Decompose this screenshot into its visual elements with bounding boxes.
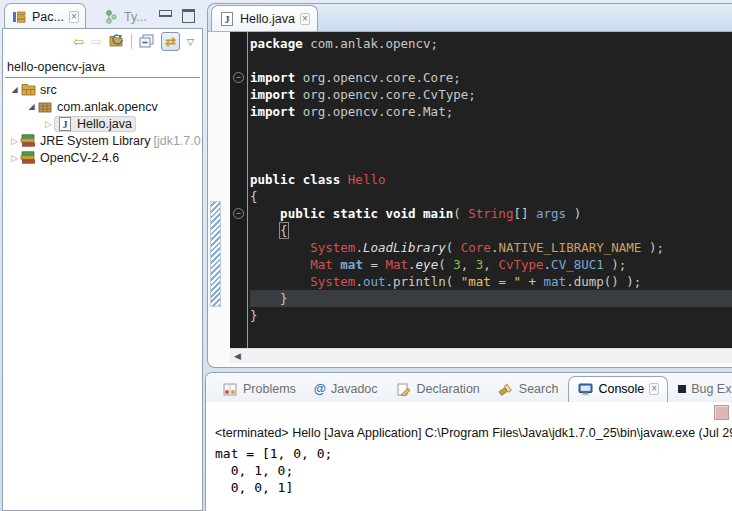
type-hierarchy-icon bbox=[103, 10, 119, 24]
horizontal-scrollbar[interactable]: ◀ bbox=[230, 348, 732, 363]
package-explorer-toolbar: ⇦ ⇨ ⇄ ▽ bbox=[3, 29, 202, 54]
back-arrow-icon[interactable]: ⇦ bbox=[73, 35, 84, 48]
code-line[interactable]: } bbox=[250, 290, 732, 307]
code-line[interactable]: { bbox=[250, 222, 732, 239]
java-file-icon: J bbox=[219, 12, 235, 26]
close-icon[interactable]: × bbox=[300, 13, 310, 25]
tree-item-label: Hello.java bbox=[77, 117, 132, 131]
fold-collapse-icon[interactable]: − bbox=[233, 208, 244, 219]
collapsed-arrow-icon[interactable]: ▷ bbox=[43, 119, 54, 129]
tab-package-explorer-label: Pac... bbox=[32, 10, 64, 24]
minimize-icon[interactable] bbox=[159, 10, 172, 17]
tab-search[interactable]: Search bbox=[490, 377, 567, 402]
left-panel-tabstrip: Pac... × Ty... bbox=[2, 3, 203, 29]
code-line[interactable]: { bbox=[250, 188, 732, 205]
collapsed-arrow-icon[interactable]: ▷ bbox=[9, 153, 20, 163]
svg-text:J: J bbox=[225, 13, 230, 24]
view-window-buttons bbox=[159, 9, 195, 23]
close-icon[interactable]: × bbox=[69, 11, 79, 23]
package-explorer-icon bbox=[11, 11, 27, 23]
console-output-line: 0, 1, 0; bbox=[215, 462, 732, 479]
tab-javadoc[interactable]: @ Javadoc bbox=[306, 377, 386, 402]
declaration-icon bbox=[396, 383, 412, 396]
terminate-icon[interactable] bbox=[714, 405, 729, 420]
code-line[interactable]: import org.opencv.core.CvType; bbox=[250, 86, 732, 103]
scroll-left-icon[interactable]: ◀ bbox=[230, 351, 241, 361]
collapsed-arrow-icon[interactable]: ▷ bbox=[9, 136, 20, 146]
method-range-indicator bbox=[210, 201, 221, 307]
tab-console[interactable]: Console × bbox=[568, 376, 668, 402]
tab-label: Console bbox=[598, 382, 644, 396]
editor-left-margin bbox=[208, 32, 230, 348]
search-icon bbox=[498, 383, 514, 396]
code-line[interactable] bbox=[250, 137, 732, 154]
code-line[interactable]: Mat mat = Mat.eye( 3, 3, CvType.CV_8UC1 … bbox=[250, 256, 732, 273]
bug-explorer-icon bbox=[678, 385, 686, 393]
editor-area: J Hello.java × −− package com.anlak.open… bbox=[207, 3, 732, 368]
code-line[interactable]: import org.opencv.core.Core; bbox=[250, 69, 732, 86]
code-line[interactable]: } bbox=[250, 307, 732, 324]
code-editor[interactable]: package com.anlak.opencv;import org.open… bbox=[248, 32, 732, 348]
console-view: Problems @ Javadoc Declaration Search bbox=[205, 372, 732, 511]
package-explorer-view: Pac... × Ty... ⇦ ⇨ bbox=[2, 3, 203, 511]
package-icon bbox=[37, 101, 53, 113]
tab-label: Bug Explorer bbox=[691, 382, 732, 396]
package-explorer-body: ⇦ ⇨ ⇄ ▽ hello-opencv-java ◢ bbox=[2, 28, 203, 511]
expanded-arrow-icon[interactable]: ◢ bbox=[9, 85, 20, 94]
tab-declaration[interactable]: Declaration bbox=[388, 377, 488, 402]
eclipse-window: Pac... × Ty... ⇦ ⇨ bbox=[0, 0, 732, 511]
tree-item-hello-java[interactable]: ▷ J Hello.java bbox=[3, 115, 202, 132]
tab-type-hierarchy-label: Ty... bbox=[124, 10, 147, 24]
console-toolbar bbox=[206, 402, 732, 424]
code-line[interactable]: import org.opencv.core.Mat; bbox=[250, 103, 732, 120]
javadoc-icon: @ bbox=[314, 382, 326, 396]
tree-item-decoration: [jdk1.7.0 bbox=[153, 134, 200, 148]
link-with-editor-button[interactable]: ⇄ bbox=[161, 32, 180, 51]
code-line[interactable] bbox=[250, 120, 732, 137]
tab-hello-java[interactable]: J Hello.java × bbox=[211, 5, 318, 31]
expanded-arrow-icon[interactable]: ◢ bbox=[26, 102, 37, 111]
tab-package-explorer[interactable]: Pac... × bbox=[4, 3, 86, 29]
working-set-header[interactable]: hello-opencv-java bbox=[5, 60, 200, 78]
view-menu-icon[interactable]: ▽ bbox=[187, 37, 194, 47]
go-into-icon[interactable] bbox=[109, 34, 124, 50]
code-line[interactable]: public static void main( String[] args ) bbox=[250, 205, 732, 222]
tree-item-label: com.anlak.opencv bbox=[57, 100, 158, 114]
console-output[interactable]: mat = [1, 0, 0; 0, 1, 0; 0, 0, 1] bbox=[215, 445, 732, 496]
code-line[interactable] bbox=[250, 52, 732, 69]
console-output-line: mat = [1, 0, 0; bbox=[215, 445, 732, 462]
editor-tab-label: Hello.java bbox=[240, 12, 295, 26]
maximize-icon[interactable] bbox=[182, 9, 195, 23]
code-line[interactable]: public class Hello bbox=[250, 171, 732, 188]
problems-icon bbox=[222, 383, 238, 396]
forward-arrow-icon[interactable]: ⇨ bbox=[91, 35, 102, 48]
tab-type-hierarchy[interactable]: Ty... bbox=[98, 6, 152, 28]
code-line[interactable] bbox=[250, 154, 732, 171]
svg-text:J: J bbox=[63, 118, 68, 129]
tree-item-package[interactable]: ◢ com.anlak.opencv bbox=[3, 98, 202, 115]
code-line[interactable]: System.out.println( "mat = " + mat.dump(… bbox=[250, 273, 732, 290]
java-file-icon: J bbox=[57, 117, 73, 131]
tree-item-src[interactable]: ◢ src bbox=[3, 81, 202, 98]
console-icon bbox=[577, 383, 593, 396]
close-icon[interactable]: × bbox=[649, 383, 659, 395]
tab-label: Search bbox=[519, 382, 559, 396]
fold-ruler: −− bbox=[230, 32, 248, 348]
tab-problems[interactable]: Problems bbox=[214, 377, 304, 402]
tab-label: Javadoc bbox=[331, 382, 378, 396]
console-process-header: <terminated> Hello [Java Application] C:… bbox=[206, 424, 732, 442]
tree-item-jre-library[interactable]: ▷ JRE System Library [jdk1.7.0 bbox=[3, 132, 202, 149]
bottom-tabstrip: Problems @ Javadoc Declaration Search bbox=[206, 373, 732, 402]
code-line[interactable]: package com.anlak.opencv; bbox=[250, 35, 732, 52]
toolbar-separator bbox=[131, 34, 132, 49]
tree-item-opencv-library[interactable]: ▷ OpenCV-2.4.6 bbox=[3, 149, 202, 166]
console-body: <terminated> Hello [Java Application] C:… bbox=[206, 402, 732, 496]
collapse-all-icon[interactable] bbox=[139, 34, 154, 50]
tab-label: Declaration bbox=[417, 382, 480, 396]
tab-bug-explorer[interactable]: Bug Explorer bbox=[670, 377, 732, 402]
code-line[interactable]: System.LoadLibrary( Core.NATIVE_LIBRARY_… bbox=[250, 239, 732, 256]
selected-tree-item[interactable]: J Hello.java bbox=[54, 116, 136, 132]
fold-collapse-icon[interactable]: − bbox=[233, 72, 244, 83]
tree-item-label: src bbox=[40, 83, 57, 97]
editor-tabstrip: J Hello.java × bbox=[208, 4, 732, 32]
